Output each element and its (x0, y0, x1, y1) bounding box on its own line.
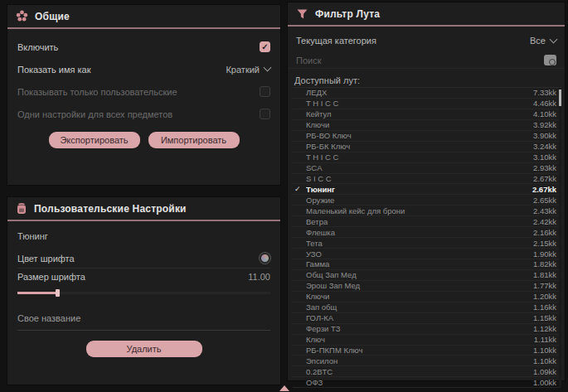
collapse-arrow-icon[interactable] (279, 385, 289, 391)
loot-item-name: Кейтул (306, 109, 533, 119)
selected-item-name: Тюнинг (17, 231, 270, 241)
only-custom-checkbox[interactable] (260, 86, 270, 97)
loot-item-name: ЛЕДХ (306, 88, 533, 97)
slider-fill (17, 292, 58, 294)
loot-item-row[interactable]: РБ-ВО Ключ3.90kk (293, 131, 561, 142)
loot-item-row[interactable]: Маленький кейс для брони2.43kk (293, 206, 561, 216)
enable-checkbox[interactable]: ✓ (260, 41, 270, 52)
loot-item-value: 4.10kk (533, 109, 556, 119)
loot-item-name: РБ-ПКПМ Ключ (306, 346, 533, 355)
export-button[interactable]: Экспортировать (49, 132, 140, 148)
loot-item-name: Ключ (306, 335, 534, 344)
loot-item-name: 0.2BTC (306, 367, 533, 376)
loot-filter-panel: Фильтр Лута Текущая категория Все Поиск … (287, 2, 566, 381)
search-input[interactable]: Поиск (296, 56, 321, 65)
loot-item-row[interactable]: Ферзи ТЗ1.12kk (293, 324, 561, 335)
font-color-row: Цвет шрифта (17, 249, 270, 269)
show-name-row: Показать имя как Краткий (7, 61, 280, 77)
color-wheel-icon[interactable] (260, 253, 270, 264)
loot-item-row[interactable]: SCA2.93kk (293, 163, 561, 174)
loot-item-row[interactable]: Зап общ1.16kk (293, 302, 561, 313)
loot-item-row[interactable]: Оружие2.65kk (293, 195, 561, 206)
search-image-icon[interactable] (544, 55, 556, 65)
loot-item-row[interactable]: Общ Зап Мед1.81kk (293, 270, 561, 281)
export-import-row: Экспортировать Импортировать (7, 132, 280, 148)
loot-item-name: Ключи (306, 292, 533, 301)
loot-item-value: 1.81kk (533, 270, 556, 279)
scrollbar-handle[interactable] (559, 90, 561, 106)
loot-item-row[interactable]: Ключ1.11kk (293, 335, 561, 346)
loot-item-value: 1.10kk (533, 356, 556, 365)
loot-item-row[interactable]: РБ-БК Ключ3.24kk (293, 142, 561, 152)
category-dropdown[interactable]: Все (530, 36, 556, 46)
loot-item-row[interactable]: ЛЕДХ7.33kk (293, 88, 561, 99)
loot-item-value: 2.93kk (533, 163, 556, 172)
loot-item-name: Гамма (306, 259, 533, 269)
loot-item-name: Маленький кейс для брони (306, 206, 533, 215)
loot-item-name: РБ-БК Ключ (306, 142, 533, 151)
font-size-label: Размер шрифта (17, 272, 85, 282)
loot-item-name: T H I C C (306, 99, 533, 108)
custom-settings-panel: Пользовательские Настройки Тюнинг Цвет ш… (7, 196, 281, 385)
loot-item-row[interactable]: Эпсилон1.10kk (293, 356, 561, 366)
loot-item-row[interactable]: S I C C2.67kk (293, 174, 561, 185)
gear-flower-icon (16, 10, 28, 22)
loot-item-row[interactable]: Эрош Зап Мед1.77kk (293, 281, 561, 292)
loot-item-value: 3.24kk (533, 142, 556, 151)
loot-item-row[interactable]: Ключи3.92kk (293, 120, 561, 131)
loot-item-row[interactable]: T H I C C3.10kk (293, 152, 561, 163)
loot-item-name: ГОЛ-КА (306, 313, 533, 322)
custom-panel-title: Пользовательские Настройки (34, 203, 187, 215)
loot-item-row[interactable]: Ключи1.20kk (293, 292, 561, 302)
available-loot-label: Доступный лут: (294, 75, 565, 85)
show-name-value: Краткий (226, 65, 260, 75)
delete-button[interactable]: Удалить (86, 341, 202, 357)
loot-item-value: 2.43kk (533, 206, 556, 215)
loot-item-row[interactable]: ✓Тюнинг2.67kk (293, 184, 561, 195)
selected-check-icon: ✓ (294, 185, 306, 193)
loot-item-value: 1.00kk (533, 378, 556, 387)
loot-item-row[interactable]: ГОЛ-КА1.15kk (293, 313, 561, 324)
font-size-slider[interactable] (17, 288, 270, 297)
loot-item-row[interactable]: 0.2BTC1.09kk (293, 366, 561, 377)
same-settings-row: Одни настройки для всех предметов (7, 106, 280, 122)
loot-item-name: Ферзи ТЗ (306, 324, 533, 333)
loot-item-row[interactable]: Ветра2.42kk (293, 216, 561, 227)
loot-item-row[interactable]: T H I C C4.46kk (293, 99, 561, 109)
loot-item-name: Зап общ (306, 302, 533, 312)
loot-item-row[interactable]: ОФЗ1.00kk (293, 377, 561, 388)
settings-page: Общие Включить ✓ Показать имя как Кратки… (0, 0, 568, 392)
loot-item-row[interactable]: Кейтул4.10kk (293, 109, 561, 120)
same-settings-checkbox[interactable] (260, 109, 270, 119)
loot-item-name: РБ-ВО Ключ (306, 131, 533, 140)
loot-panel-header: Фильтр Лута (288, 2, 565, 25)
loot-item-value: 2.67kk (532, 185, 556, 194)
show-name-dropdown[interactable]: Краткий (226, 65, 270, 75)
loot-item-row[interactable]: РБ-ПКПМ Ключ1.10kk (293, 346, 561, 356)
loot-item-value: 1.10kk (533, 346, 556, 355)
category-value: Все (530, 36, 546, 46)
loot-item-name: Флешка (306, 228, 533, 237)
show-name-label: Показать имя как (17, 65, 91, 75)
loot-item-name: Общ Зап Мед (306, 270, 533, 279)
slider-handle[interactable] (56, 289, 60, 297)
loot-item-value: 1.82kk (533, 259, 556, 269)
custom-name-input[interactable]: Свое название (17, 308, 270, 331)
import-button[interactable]: Импортировать (148, 132, 240, 148)
loot-item-name: УЗО (306, 249, 533, 259)
loot-item-row[interactable]: Флешка2.16kk (293, 227, 561, 238)
loot-item-value: 1.12kk (533, 324, 556, 333)
loot-item-row[interactable]: УЗО1.90kk (293, 249, 561, 259)
loot-item-value: 1.16kk (533, 302, 556, 312)
loot-item-row[interactable]: Гамма1.82kk (293, 259, 561, 270)
font-size-value: 11.00 (248, 272, 270, 282)
font-size-row: Размер шрифта 11.00 (17, 269, 270, 286)
loot-item-value: 2.16kk (533, 228, 556, 237)
divider (7, 27, 280, 29)
enable-label: Включить (17, 42, 58, 52)
only-custom-label: Показывать только пользовательские (17, 87, 177, 97)
loot-item-value: 1.11kk (534, 335, 556, 344)
chevron-down-icon (550, 35, 558, 43)
loot-item-row[interactable]: Тета2.15kk (293, 238, 561, 249)
loot-list-scrollbar[interactable] (559, 88, 561, 388)
